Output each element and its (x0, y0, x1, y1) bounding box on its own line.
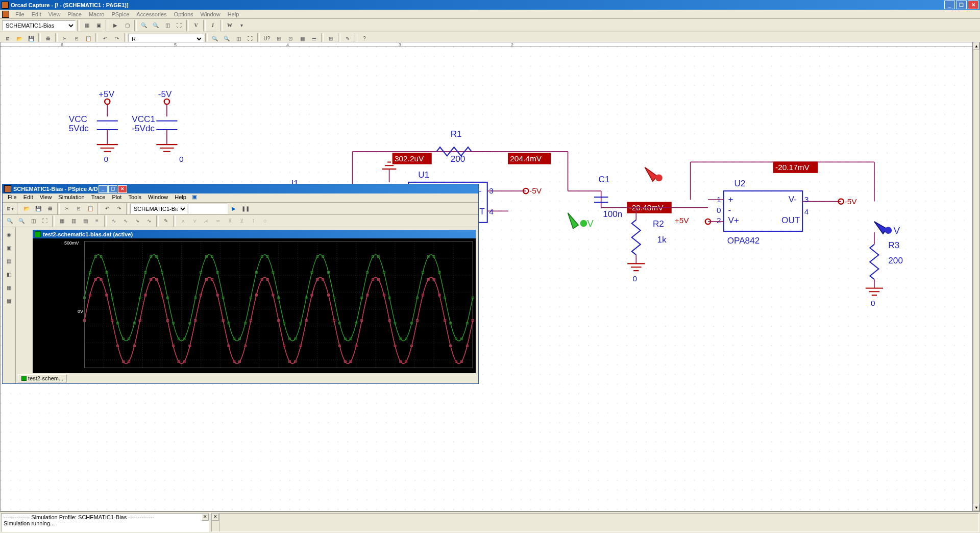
pspice-icon (4, 185, 11, 192)
p-zoomarea-button[interactable]: ◫ (28, 215, 39, 227)
p-zoomfit-button[interactable]: ⛶ (39, 215, 51, 227)
menu-view[interactable]: View (45, 11, 64, 18)
p-zoomin-button[interactable]: 🔍 (4, 215, 15, 227)
svg-text:0: 0 (179, 155, 184, 163)
plot-titlebar[interactable]: test2-schematic1-bias.dat (active) (33, 230, 476, 238)
side-dev-icon[interactable]: ▦ (4, 282, 15, 293)
new-sim-button[interactable]: ▦ (81, 20, 92, 31)
edit-sim-button[interactable]: ▣ (93, 20, 104, 31)
maximize-button[interactable]: ☐ (956, 1, 967, 9)
p-fft-button[interactable]: ▥ (68, 215, 79, 227)
side-sim-icon[interactable]: ▣ (4, 242, 15, 253)
status-right: ✕ (211, 513, 979, 532)
svg-text:V-: V- (789, 194, 797, 204)
status-log[interactable]: ✕ -------------- Simulation Profile: SCH… (1, 513, 209, 532)
p-cut-button[interactable]: ✂ (61, 203, 72, 214)
svg-text:VCC: VCC (69, 114, 87, 124)
pmenu-trace[interactable]: Trace (88, 193, 109, 202)
menu-edit[interactable]: Edit (29, 11, 44, 18)
log-close-button[interactable]: ✕ (202, 514, 209, 521)
p-print-button[interactable]: 🖶 (44, 203, 56, 214)
p-pause-button[interactable]: ❚❚ (240, 203, 251, 214)
zoom-area-button[interactable]: ◫ (162, 20, 173, 31)
pspice-window[interactable]: SCHEMATIC1-Bias - PSpice A/D _ ☐ ✕ File … (2, 184, 479, 384)
profile-combo[interactable]: SCHEMATIC1-Bias (2, 20, 76, 31)
minimize-button[interactable]: _ (944, 1, 955, 9)
svg-text:+5V: +5V (99, 89, 115, 99)
status-bar: ✕ -------------- Simulation Profile: SCH… (0, 512, 980, 533)
pmenu-window[interactable]: Window (145, 193, 171, 202)
scroll-down-button[interactable]: ▼ (973, 504, 979, 511)
zoom-fit-button[interactable]: ⛶ (174, 20, 185, 31)
svg-text:302.2uV: 302.2uV (395, 154, 424, 163)
pspice-titlebar[interactable]: SCHEMATIC1-Bias - PSpice A/D _ ☐ ✕ (3, 184, 478, 193)
svg-text:-: - (728, 205, 731, 215)
scroll-up-button[interactable]: ▲ (973, 42, 979, 50)
p-eval-button[interactable]: ≡ (91, 215, 103, 227)
p-profile-combo[interactable]: SCHEMATIC1-Bias (130, 204, 187, 214)
p-time-input[interactable] (188, 204, 228, 214)
view-results-button[interactable]: ▢ (121, 20, 133, 31)
svg-text:0: 0 (717, 206, 721, 214)
pmenu-help[interactable]: Help (172, 193, 189, 202)
menu-window[interactable]: Window (198, 11, 224, 18)
menu-options[interactable]: Options (171, 11, 197, 18)
p-trace4-button[interactable]: ∿ (143, 215, 155, 227)
vertical-scrollbar[interactable]: ▲ ▼ (973, 42, 980, 512)
p-cursor4-button: ⋍ (212, 215, 224, 227)
p-trace3-button[interactable]: ∿ (132, 215, 143, 227)
pmenu-file[interactable]: File (5, 193, 20, 202)
menu-place[interactable]: Place (64, 11, 85, 18)
menu-pspice[interactable]: PSpice (108, 11, 132, 18)
pmenu-plot[interactable]: Plot (109, 193, 125, 202)
side-out-icon[interactable]: ▤ (4, 255, 15, 266)
v-marker-button[interactable]: V (190, 20, 202, 31)
menu-help[interactable]: Help (225, 11, 242, 18)
p-new-button[interactable]: 🗎▾ (4, 203, 15, 214)
status-close-button[interactable]: ✕ (212, 514, 219, 521)
pspice-help-icon[interactable]: ▣ (192, 193, 197, 202)
p-trace1-button[interactable]: ∿ (108, 215, 119, 227)
marker-dropdown-button[interactable]: ▾ (236, 20, 247, 31)
p-redo-button[interactable]: ↷ (113, 203, 125, 214)
pspice-maximize-button[interactable]: ☐ (108, 185, 117, 193)
p-save-button[interactable]: 💾 (33, 203, 44, 214)
svg-rect-110 (84, 241, 473, 368)
plot-tab-1[interactable]: test2-schem... (18, 374, 67, 382)
p-copy-button[interactable]: ⎘ (73, 203, 84, 214)
close-button[interactable]: ✕ (968, 1, 978, 9)
p-trace2-button[interactable]: ∿ (120, 215, 131, 227)
svg-text:OPA842: OPA842 (727, 235, 760, 246)
pmenu-simulation[interactable]: Simulation (55, 193, 87, 202)
side-opt-icon[interactable]: ▩ (4, 295, 15, 306)
menu-accessories[interactable]: Accessories (133, 11, 169, 18)
zoom-out-button[interactable]: 🔍 (150, 20, 161, 31)
p-run-button[interactable]: ▶ (228, 203, 239, 214)
i-marker-button[interactable]: I (207, 20, 218, 31)
pmenu-view[interactable]: View (37, 193, 55, 202)
p-undo-button[interactable]: ↶ (102, 203, 113, 214)
pmenu-edit[interactable]: Edit (20, 193, 36, 202)
svg-text:OUT: OUT (781, 215, 800, 225)
side-watch-icon[interactable]: ◧ (4, 269, 15, 280)
p-paste-button[interactable]: 📋 (85, 203, 96, 214)
pspice-close-button[interactable]: ✕ (118, 185, 127, 193)
menu-file[interactable]: File (12, 11, 28, 18)
pmenu-tools[interactable]: Tools (125, 193, 144, 202)
p-log-button[interactable]: ▦ (56, 215, 67, 227)
run-button[interactable]: ▶ (110, 20, 121, 31)
p-cursor3-button: ⋌ (201, 215, 212, 227)
side-schematic-icon[interactable]: ◉ (4, 229, 15, 240)
pspice-toolbar-2: 🔍 🔍 ◫ ⛶ ▦ ▥ ▤ ≡ ∿ ∿ ∿ ∿ ✎ ⋏ ⋎ ⋌ ⋍ ⊼ ⊻ ⊺ … (3, 215, 478, 227)
plot-area[interactable]: 500mV 0V (33, 238, 476, 373)
p-mark-button[interactable]: ✎ (160, 215, 172, 227)
svg-text:4: 4 (489, 207, 494, 216)
p-open-button[interactable]: 📂 (21, 203, 32, 214)
p-zoomout-button[interactable]: 🔍 (16, 215, 27, 227)
p-perf-button[interactable]: ▤ (80, 215, 91, 227)
plot-doc-icon (35, 231, 41, 237)
pspice-minimize-button[interactable]: _ (99, 185, 108, 193)
zoom-in-button[interactable]: 🔍 (138, 20, 150, 31)
menu-macro[interactable]: Macro (86, 11, 108, 18)
w-marker-button[interactable]: W (224, 20, 235, 31)
